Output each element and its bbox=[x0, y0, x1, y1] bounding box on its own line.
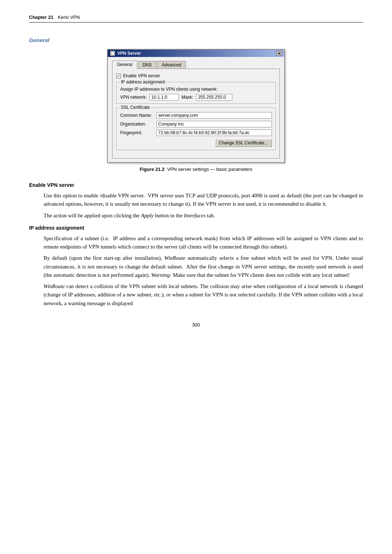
dialog-wrapper: 🖥 VPN Server ✕ General DNS Advanced ✓ En… bbox=[29, 49, 363, 163]
section-heading-enable-vpn: Enable VPN server bbox=[29, 182, 363, 188]
dialog-app-icon: 🖥 bbox=[110, 51, 115, 56]
fingerprint-row: Fingerprint: bbox=[120, 130, 272, 136]
tab-general[interactable]: General bbox=[112, 61, 137, 69]
section-body-ip-assignment: Specification of a subnet (i.e. IP addre… bbox=[44, 234, 363, 308]
enable-vpn-label: Enable VPN server bbox=[123, 73, 160, 78]
vpn-server-dialog: 🖥 VPN Server ✕ General DNS Advanced ✓ En… bbox=[107, 49, 285, 163]
tab-dns[interactable]: DNS bbox=[138, 61, 156, 69]
ip-assignment-para-1: Specification of a subnet (i.e. IP addre… bbox=[44, 234, 363, 251]
tab-content-area: ✓ Enable VPN server IP address assignmen… bbox=[112, 69, 280, 159]
mask-input[interactable] bbox=[196, 94, 232, 100]
enable-vpn-para-1: Use this option to enable /disable VPN s… bbox=[44, 192, 363, 209]
organization-row: Organization: bbox=[120, 121, 272, 127]
enable-vpn-row: ✓ Enable VPN server bbox=[116, 73, 276, 78]
chapter-label: Chapter 21 bbox=[29, 15, 53, 20]
chapter-title: Kerio VPN bbox=[58, 15, 80, 20]
chapter-header: Chapter 21 Kerio VPN bbox=[29, 15, 363, 22]
dialog-content: General DNS Advanced ✓ Enable VPN server… bbox=[108, 57, 284, 162]
ip-address-group: IP address assignment Assign IP addresse… bbox=[116, 82, 276, 104]
dialog-titlebar-left: 🖥 VPN Server bbox=[110, 51, 141, 56]
change-btn-row: Change SSL Certificate... bbox=[120, 139, 272, 147]
section-heading-ip-assignment: IP address assignment bbox=[29, 225, 363, 231]
vpn-network-input[interactable] bbox=[150, 94, 179, 100]
vpn-network-label: VPN network: bbox=[120, 95, 147, 100]
common-name-row: Common Name: bbox=[120, 112, 272, 119]
ip-group-legend: IP address assignment bbox=[119, 79, 167, 85]
section-body-enable-vpn: Use this option to enable /disable VPN s… bbox=[44, 192, 363, 220]
figure-description: VPN server settings — basic parameters bbox=[167, 167, 253, 172]
dialog-titlebar: 🖥 VPN Server ✕ bbox=[108, 50, 284, 57]
ip-assign-desc: Assign IP addresses to VPN clients using… bbox=[120, 87, 272, 92]
ip-network-row: VPN network: Mask: bbox=[120, 94, 272, 100]
change-ssl-button[interactable]: Change SSL Certificate... bbox=[215, 139, 272, 147]
ssl-certificate-group: SSL Certificate Common Name: Organizatio… bbox=[116, 107, 276, 150]
fingerprint-label: Fingerprint: bbox=[120, 130, 156, 135]
organization-input[interactable] bbox=[156, 121, 272, 127]
common-name-label: Common Name: bbox=[120, 113, 156, 118]
organization-label: Organization: bbox=[120, 122, 156, 127]
section-general-label: General bbox=[29, 37, 363, 43]
dialog-close-button[interactable]: ✕ bbox=[276, 51, 282, 56]
dialog-title: VPN Server bbox=[117, 51, 141, 56]
ip-assignment-para-2: By default (upon the first start-up afte… bbox=[44, 254, 363, 279]
fingerprint-input[interactable] bbox=[156, 130, 272, 136]
page-number: 300 bbox=[29, 322, 363, 328]
common-name-input[interactable] bbox=[156, 112, 272, 119]
ssl-group-legend: SSL Certificate bbox=[119, 105, 151, 110]
figure-label: Figure 21.2 bbox=[140, 167, 165, 172]
enable-vpn-checkbox[interactable]: ✓ bbox=[116, 74, 121, 78]
enable-vpn-para-2: The action will be applied upon clicking… bbox=[44, 212, 363, 220]
tabs-row: General DNS Advanced bbox=[112, 61, 280, 69]
ip-assignment-para-3: WinRoute can detect a collision of the V… bbox=[44, 282, 363, 308]
tab-advanced[interactable]: Advanced bbox=[157, 61, 186, 69]
mask-label: Mask: bbox=[181, 95, 193, 100]
figure-caption: Figure 21.2 VPN server settings — basic … bbox=[29, 167, 363, 172]
